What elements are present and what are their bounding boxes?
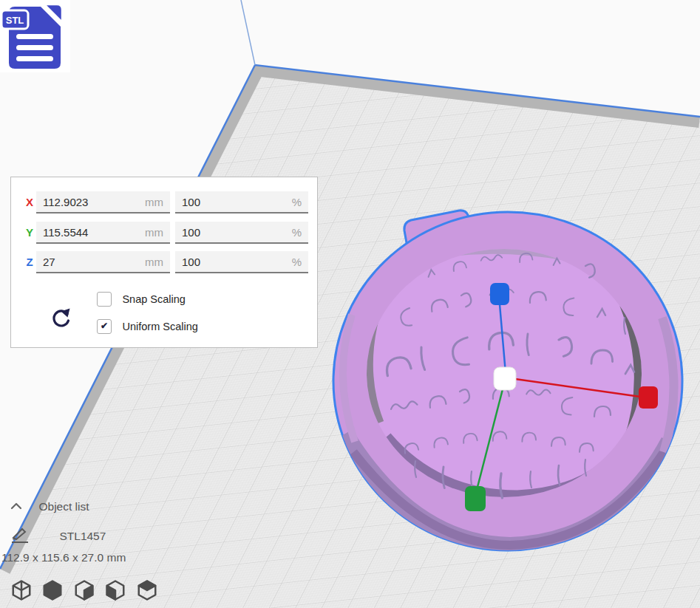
object-list-title: Object list — [38, 500, 89, 513]
uniform-scaling-row: ✔ Uniform Scaling — [97, 319, 198, 334]
uniform-scaling-checkbox[interactable]: ✔ — [97, 319, 112, 334]
object-item-name: STL1457 — [59, 530, 106, 543]
model-stl1457[interactable] — [333, 211, 682, 550]
scale-y-handle-green[interactable] — [465, 486, 486, 511]
scale-row-x: X mm % — [11, 191, 317, 214]
scale-z-percent-unit: % — [292, 256, 302, 268]
edit-pencil-icon[interactable] — [10, 526, 30, 547]
stl-badge-label: STL — [6, 15, 24, 26]
scale-row-z: Z mm % — [11, 251, 317, 273]
cube-right-face-icon[interactable] — [73, 579, 95, 601]
scale-uniform-handle-white[interactable] — [494, 367, 516, 390]
scale-x-mm-unit: mm — [145, 196, 163, 208]
axis-x-label: X — [24, 196, 35, 208]
scale-z-mm-unit: mm — [145, 256, 163, 268]
axis-y-label: Y — [24, 226, 35, 239]
snap-scaling-checkbox[interactable] — [97, 292, 112, 307]
axis-z-label: Z — [24, 256, 35, 268]
scale-y-percent-unit: % — [292, 226, 302, 239]
scale-tool-panel: X mm % Y mm % Z mm % — [10, 177, 318, 348]
wireframe-cube-icon[interactable] — [10, 579, 33, 601]
scale-x-percent-input[interactable] — [175, 191, 308, 212]
snap-scaling-row: Snap Scaling — [97, 292, 186, 307]
snap-scaling-label: Snap Scaling — [122, 293, 185, 305]
reset-rotate-ccw-icon[interactable] — [50, 307, 72, 330]
scale-z-handle-blue[interactable] — [490, 283, 509, 305]
scale-x-handle-red[interactable] — [639, 386, 658, 409]
scale-y-mm-unit: mm — [145, 226, 163, 239]
scale-z-percent-input[interactable] — [175, 251, 308, 272]
object-list-item[interactable]: STL1457 — [10, 526, 106, 547]
object-dimensions-text: 112.9 x 115.6 x 27.0 mm — [1, 551, 126, 564]
chevron-up-icon[interactable] — [10, 500, 22, 513]
solid-cube-icon[interactable] — [41, 579, 64, 601]
scale-y-percent-input[interactable] — [175, 222, 308, 242]
scale-x-percent-unit: % — [292, 196, 302, 208]
cube-top-face-icon[interactable] — [136, 579, 158, 601]
scale-row-y: Y mm % — [11, 222, 317, 244]
object-list-header[interactable]: Object list — [10, 499, 89, 513]
uniform-scaling-label: Uniform Scaling — [122, 321, 197, 332]
stl-file-icon: STL — [0, 0, 70, 72]
view-mode-toolbar — [10, 579, 164, 603]
cube-left-face-icon[interactable] — [104, 579, 126, 601]
